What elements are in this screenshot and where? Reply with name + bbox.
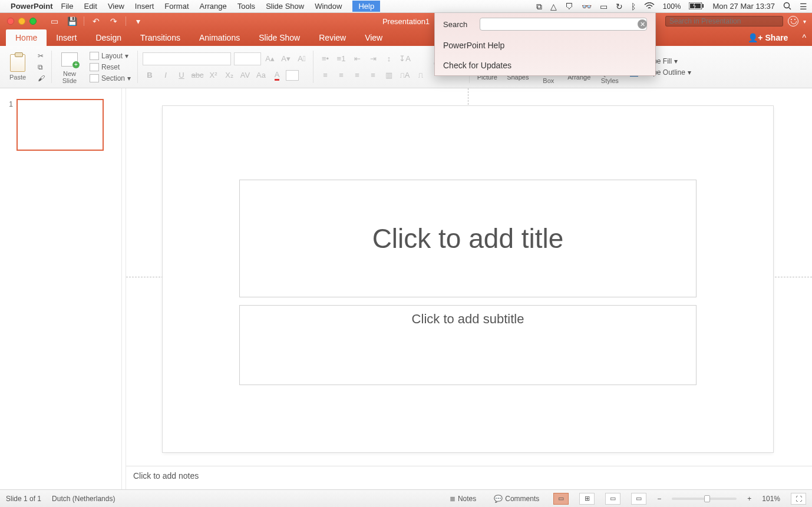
character-spacing-button[interactable]: AV [238,69,252,82]
section-button[interactable]: Section ▾ [87,74,133,83]
reset-button[interactable]: Reset [87,62,133,72]
tab-animations[interactable]: Animations [190,29,249,46]
line-spacing-button[interactable]: ↕ [382,52,396,65]
decrease-font-icon[interactable]: A▾ [279,52,293,65]
subscript-button[interactable]: X₂ [222,69,236,82]
decrease-indent-button[interactable]: ⇤ [350,52,364,65]
close-window-button[interactable] [7,18,14,25]
tab-insert[interactable]: Insert [47,29,86,46]
underline-button[interactable]: U [174,69,189,82]
clear-icon[interactable]: ✕ [638,19,647,29]
menu-view[interactable]: View [108,2,124,11]
strikethrough-button[interactable]: abc [190,69,204,82]
notification-center-icon[interactable]: ☰ [800,2,807,11]
menu-slideshow[interactable]: Slide Show [266,2,304,11]
tab-design[interactable]: Design [86,29,131,46]
tab-home[interactable]: Home [6,29,47,46]
format-painter-button[interactable]: 🖌 [35,74,47,83]
zoom-slider[interactable] [672,498,737,500]
menu-tools[interactable]: Tools [237,2,255,11]
menubar-datetime[interactable]: Mon 27 Mar 13:37 [712,2,775,11]
highlight-color-button[interactable] [286,70,299,81]
distribute-button[interactable]: ⎍ [414,69,428,82]
tab-review[interactable]: Review [309,29,355,46]
panel-splitter[interactable] [121,88,126,489]
zoom-out-button[interactable]: − [657,495,661,503]
timemachine-icon[interactable]: ↻ [616,2,623,11]
bullets-button[interactable]: ≡• [318,52,332,65]
shield-icon[interactable]: ⛉ [565,2,573,11]
airplay-icon[interactable]: ▭ [600,2,608,11]
align-text-button[interactable]: ⎍A [398,69,412,82]
align-left-button[interactable]: ≡ [318,69,332,82]
slide-thumbnail-panel[interactable]: 1 [0,88,121,489]
bold-button[interactable]: B [143,69,157,82]
align-right-button[interactable]: ≡ [350,69,364,82]
presenter-view-icon[interactable]: ▭ [48,15,60,27]
language-indicator[interactable]: Dutch (Netherlands) [52,495,115,503]
redo-icon[interactable]: ↷ [108,15,120,27]
help-search-input[interactable] [480,18,647,31]
minimize-window-button[interactable] [18,18,25,25]
battery-percent[interactable]: 100% [663,2,681,11]
change-case-button[interactable]: Aa [254,69,268,82]
fit-to-window-button[interactable]: ⛶ [791,493,806,505]
text-direction-button[interactable]: ↧A [398,52,412,65]
menu-format[interactable]: Format [164,2,189,11]
notes-toggle-button[interactable]: ≣ Notes [446,493,480,504]
battery-icon[interactable] [689,2,704,11]
save-icon[interactable]: 💾 [66,15,78,27]
increase-indent-button[interactable]: ⇥ [366,52,380,65]
font-size-select[interactable] [234,52,261,65]
subtitle-placeholder[interactable]: Click to add subtitle [239,305,697,385]
menu-insert[interactable]: Insert [135,2,154,11]
new-slide-button[interactable]: New Slide [57,49,82,85]
justify-button[interactable]: ≡ [366,69,380,82]
paste-button[interactable]: Paste [5,52,31,82]
menu-arrange[interactable]: Arrange [200,2,227,11]
increase-font-icon[interactable]: A▴ [263,52,277,65]
slide-counter[interactable]: Slide 1 of 1 [6,495,41,503]
italic-button[interactable]: I [159,69,173,82]
dropbox-icon[interactable]: ⧉ [536,2,542,11]
clear-formatting-icon[interactable]: A⃠ [295,52,309,65]
zoom-window-button[interactable] [29,18,37,25]
layout-button[interactable]: Layout ▾ [87,51,133,61]
bluetooth-icon[interactable]: ᛒ [631,2,636,11]
menu-help[interactable]: Help [352,1,380,12]
normal-view-button[interactable]: ▭ [553,493,569,505]
tab-view[interactable]: View [355,29,392,46]
align-center-button[interactable]: ≡ [334,69,348,82]
undo-icon[interactable]: ↶ [90,15,102,27]
slide-canvas-area[interactable]: Click to add title Click to add subtitle… [126,88,812,489]
reading-view-button[interactable]: ▭ [605,493,620,505]
slideshow-view-button[interactable]: ▭ [631,493,646,505]
menu-edit[interactable]: Edit [84,2,97,11]
zoom-knob[interactable] [704,495,710,502]
font-family-select[interactable] [143,52,231,65]
wifi-icon[interactable] [644,2,655,11]
comments-toggle-button[interactable]: 💬 Comments [490,493,543,504]
notes-pane[interactable]: Click to add notes [126,466,812,489]
help-item-powerpoint-help[interactable]: PowerPoint Help [435,35,655,55]
collapse-ribbon-icon[interactable]: ^ [796,29,812,46]
tab-transitions[interactable]: Transitions [131,29,190,46]
tab-slideshow[interactable]: Slide Show [249,29,309,46]
superscript-button[interactable]: X² [206,69,220,82]
feedback-icon[interactable] [788,16,798,26]
title-placeholder[interactable]: Click to add title [239,180,697,297]
slide-thumbnail-1[interactable] [16,99,104,151]
columns-button[interactable]: ▥ [382,69,396,82]
menu-window[interactable]: Window [315,2,342,11]
cut-button[interactable]: ✂ [35,51,47,61]
menu-file[interactable]: File [61,2,74,11]
presentation-search-input[interactable] [665,16,783,26]
glasses-icon[interactable]: 👓 [582,2,592,11]
zoom-in-button[interactable]: + [747,495,751,503]
help-item-check-updates[interactable]: Check for Updates [435,55,655,75]
slide[interactable]: Click to add title Click to add subtitle [163,106,773,452]
gdrive-icon[interactable]: △ [550,2,557,11]
menubar-app-name[interactable]: PowerPoint [11,2,53,11]
copy-button[interactable]: ⧉ [35,62,47,72]
zoom-percent[interactable]: 101% [762,495,780,503]
